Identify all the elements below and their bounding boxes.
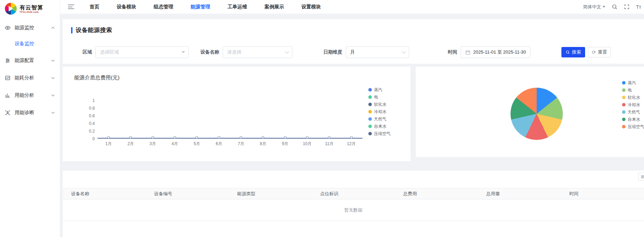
collapse-menu-icon[interactable]: [68, 5, 74, 9]
table-settings-icon[interactable]: ≣: [638, 172, 644, 181]
chevron-down-icon: [51, 93, 55, 97]
line-chart-y-axis: 1 0.8 0.6 0.4 0.2 0: [75, 98, 95, 142]
chevron-down-icon: [51, 76, 55, 80]
sidebar-item-usage-diagnosis[interactable]: 用能诊断: [0, 105, 60, 120]
sidebar-item-energy-config[interactable]: 能源配置: [0, 53, 60, 68]
legend-dot: [368, 103, 372, 106]
trend-chart-icon: [5, 75, 10, 81]
nav-item-case-show[interactable]: 案例展示: [264, 4, 284, 10]
legend-item[interactable]: 天然气: [622, 110, 644, 114]
chevron-down-icon: [51, 111, 55, 115]
column-header: 总费用: [395, 191, 478, 197]
region-label: 区域: [83, 49, 92, 55]
legend-dot: [622, 125, 626, 128]
line-chart-x-axis: 1月2月3月4月5月6月7月8月9月10月11月12月: [98, 141, 362, 147]
column-header: 点位标识: [312, 191, 395, 197]
legend-dot: [622, 81, 626, 85]
legend-item[interactable]: 软化水: [368, 102, 391, 106]
search-icon: [566, 50, 570, 54]
region-select[interactable]: 选择区域: [95, 46, 189, 58]
legend-item[interactable]: 电: [622, 88, 644, 92]
time-label: 时间: [448, 49, 457, 55]
chevron-down-icon: [51, 58, 55, 63]
sidebar: 有云智算 TFCLOUD.com 能源监控 设备监控 能源配置 能耗分析 用能分…: [0, 0, 60, 237]
chevron-down-icon: [401, 49, 406, 54]
sidebar-item-label: 用能分析: [15, 92, 51, 98]
legend-dot: [368, 95, 372, 99]
legend-item[interactable]: 蒸汽: [622, 81, 644, 85]
calendar-icon: [465, 50, 470, 55]
legend-item[interactable]: 自来水: [368, 124, 391, 128]
legend-item[interactable]: 冷却水: [368, 110, 391, 114]
caret-down-icon: [182, 51, 185, 53]
sidebar-item-consumption-analysis[interactable]: 能耗分析: [0, 70, 60, 86]
brand-subtitle: TFCLOUD.com: [20, 11, 43, 13]
search-button[interactable]: 搜索: [561, 47, 585, 57]
nav-item-home[interactable]: 首页: [90, 4, 99, 10]
top-navbar: 首页 设备模块 组态管理 能源管理 工单运维 案例展示 设置模块 简体中文 Tт: [60, 0, 644, 14]
legend-dot: [622, 96, 626, 99]
caret-down-icon: [603, 6, 605, 8]
energy-medium-pie-chart-panel: 蒸汽 电 软化水 冷却水 天然气 自来水 压缩空气: [416, 67, 644, 157]
nav-item-settings-module[interactable]: 设置模块: [301, 4, 321, 10]
date-dimension-label: 日期维度: [323, 49, 342, 55]
table-empty-state: 暂无数据: [63, 199, 644, 221]
legend-dot: [368, 88, 372, 92]
brand-logo[interactable]: 有云智算 TFCLOUD.com: [0, 0, 60, 17]
sidebar-item-usage-analysis[interactable]: 用能分析: [0, 88, 60, 103]
nav-item-scada[interactable]: 组态管理: [154, 4, 173, 10]
sidebar-item-label: 能耗分析: [15, 75, 51, 81]
legend-dot: [368, 110, 372, 113]
device-energy-search-panel: 设备能源搜索 区域 选择区域 设备名称 请选择: [63, 19, 644, 64]
legend-item[interactable]: 天然气: [368, 117, 391, 121]
series-markers: [98, 136, 362, 139]
bar-chart-icon: [5, 93, 10, 98]
sidebar-item-label: 能源配置: [15, 57, 51, 64]
device-energy-table: ≣ 设备名称 设备编号 能源类型 点位标识 总费用 总用量 时间 暂无数据: [63, 171, 644, 237]
chevron-up-icon: [51, 26, 55, 30]
nav-item-energy-management[interactable]: 能源管理: [191, 4, 210, 10]
device-name-label: 设备名称: [200, 49, 219, 55]
sliders-icon: [5, 58, 10, 63]
column-header: 能源类型: [229, 191, 312, 197]
font-size-icon[interactable]: Tт: [636, 4, 642, 10]
legend-dot: [368, 117, 372, 121]
diagnose-person-icon: [5, 110, 10, 116]
legend-item[interactable]: 蒸汽: [368, 88, 391, 92]
legend-item[interactable]: 电: [368, 95, 391, 99]
brand-pinwheel-icon: [5, 3, 17, 15]
refresh-icon: ⟳: [592, 50, 596, 55]
panel-title: 设备能源搜索: [76, 26, 112, 34]
table-header-row: 设备名称 设备编号 能源类型 点位标识 总费用 总用量 时间: [63, 188, 644, 199]
date-dimension-select[interactable]: 月: [346, 46, 409, 58]
legend-dot: [368, 132, 372, 135]
fullscreen-icon[interactable]: [624, 4, 630, 10]
device-name-select[interactable]: 请选择: [223, 46, 292, 58]
pie-chart-legend: 蒸汽 电 软化水 冷却水 天然气 自来水 压缩空气: [622, 81, 644, 129]
line-chart-legend: 蒸汽 电 软化水 冷却水 天然气 自来水 压缩空气: [368, 88, 391, 136]
date-range-input[interactable]: 2025-11-01 至 2025-11-30: [461, 46, 530, 58]
legend-item[interactable]: 软化水: [622, 95, 644, 100]
legend-item[interactable]: 压缩空气: [622, 125, 644, 129]
energy-cost-line-chart-panel: 能源介质总费用(元) 1 0.8 0.6 0.4 0.2 0 1月2月3月4月5…: [63, 67, 411, 161]
line-chart-title: 能源介质总费用(元): [74, 74, 120, 81]
legend-dot: [622, 103, 626, 106]
language-selector[interactable]: 简体中文: [583, 4, 605, 10]
legend-item[interactable]: 压缩空气: [368, 132, 391, 136]
nav-item-work-order[interactable]: 工单运维: [228, 4, 247, 10]
sidebar-item-energy-monitor[interactable]: 能源监控: [0, 20, 60, 35]
x-axis-line: [96, 139, 364, 139]
sidebar-item-label: 用能诊断: [15, 110, 51, 116]
brand-name: 有云智算: [20, 5, 43, 11]
sidebar-menu: 能源监控 设备监控 能源配置 能耗分析 用能分析 用能诊断: [0, 17, 60, 120]
column-header: 设备编号: [146, 191, 229, 197]
search-icon[interactable]: [612, 4, 618, 10]
eye-icon: [5, 25, 10, 31]
legend-dot: [622, 88, 626, 92]
legend-item[interactable]: 冷却水: [622, 103, 644, 107]
reset-button[interactable]: ⟳ 重置: [588, 47, 611, 57]
legend-dot: [622, 118, 626, 121]
nav-item-device-module[interactable]: 设备模块: [117, 4, 136, 10]
legend-item[interactable]: 自来水: [622, 117, 644, 121]
sidebar-subitem-device-monitor[interactable]: 设备监控: [0, 37, 60, 50]
